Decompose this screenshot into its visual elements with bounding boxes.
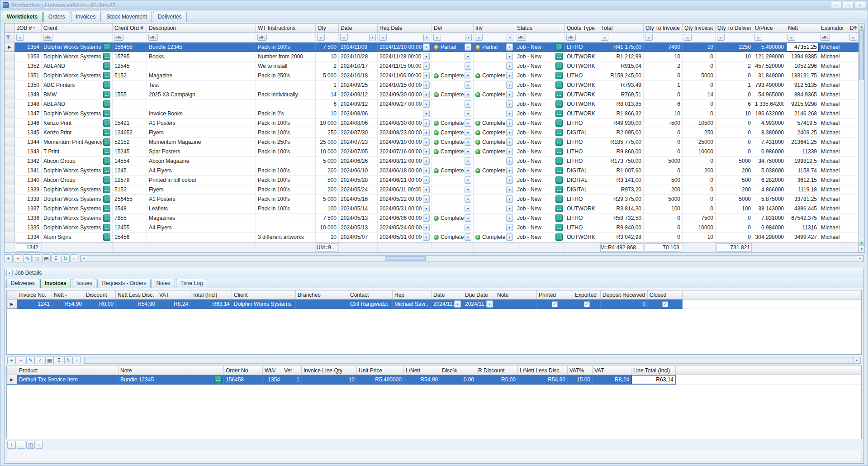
ellipsis-button[interactable]: …	[103, 72, 110, 79]
wt-cell-client[interactable]: Abcon Group…	[42, 157, 113, 166]
wt-filter-quote_type[interactable]: aBc	[565, 33, 599, 43]
wt-cell-qty[interactable]: 10	[316, 109, 339, 119]
wt-cell-qty[interactable]: 25 000	[316, 138, 339, 147]
wt-cell-req_date[interactable]: 2024/09/27 00:00▾	[378, 100, 432, 109]
main-tab-invoices[interactable]: Invoices	[71, 12, 101, 22]
detail-tab-notes[interactable]: Notes	[152, 279, 175, 288]
date-dropdown-button[interactable]: ▾	[454, 300, 461, 308]
ellipsis-button[interactable]: …	[555, 138, 563, 146]
wt-cell-status[interactable]: Job - New…	[515, 71, 565, 81]
ellipsis-button[interactable]: …	[555, 214, 563, 222]
wt-cell-wt_instructions[interactable]	[256, 214, 316, 223]
status-dropdown-button[interactable]: ▾	[465, 224, 471, 231]
wt-cell-nett[interactable]: 1052.296	[786, 62, 819, 71]
wt-cell-qty[interactable]: 6	[316, 100, 339, 109]
wt-cell-inv[interactable]: ▾	[474, 185, 515, 195]
wt-cell-client_ord[interactable]	[113, 100, 147, 109]
minimize-button[interactable]: ─	[831, 2, 842, 9]
row-indicator[interactable]	[5, 157, 15, 166]
wt-cell-u_price[interactable]: 121.299000	[753, 52, 786, 62]
filter-equals-button[interactable]: =	[849, 34, 857, 41]
wt-cell-quote_type[interactable]: DIGITAL	[565, 166, 599, 176]
ellipsis-button[interactable]: …	[103, 119, 110, 127]
wt-cell-client_ord[interactable]: 256455	[113, 195, 147, 204]
wt-cell-estimator[interactable]: Michael	[819, 81, 848, 90]
wt-cell-del[interactable]: Complete▾	[432, 128, 474, 138]
wt-cell-client_ord[interactable]	[113, 81, 147, 90]
wt-cell-req_date[interactable]: ▾	[378, 109, 432, 119]
line-column-header-unit_price[interactable]: Unit Price	[357, 366, 404, 375]
wt-row-1338[interactable]: 1338Dolphin Worxs Systems…256455A1 Poste…	[5, 195, 859, 204]
wt-cell-status[interactable]: Job - New…	[515, 100, 565, 109]
wt-cell-client[interactable]: T Print…	[42, 147, 113, 157]
remove-line-button[interactable]: −	[17, 441, 25, 449]
wt-cell-u_price[interactable]: 186.632000	[753, 109, 786, 119]
status-dropdown-button[interactable]: ▾	[506, 138, 513, 146]
wt-cell-del[interactable]: ▾	[432, 185, 474, 195]
wt-cell-del[interactable]: Complete▾	[432, 214, 474, 223]
date-dropdown-button[interactable]: ▾	[423, 186, 430, 193]
wt-cell-d_pct[interactable]	[848, 214, 859, 223]
filter-equals-button[interactable]: =	[379, 34, 387, 41]
wt-cell-del[interactable]: ▾	[432, 109, 474, 119]
wt-cell-del[interactable]: Complete▾	[432, 166, 474, 176]
wt-column-header-estimator[interactable]: Estimator	[819, 24, 848, 33]
wt-cell-job[interactable]: 1339	[15, 185, 42, 195]
wt-cell-qty_to_invoice[interactable]: 0	[644, 128, 683, 138]
wt-cell-status[interactable]: Job - New…	[515, 195, 565, 204]
status-dropdown-button[interactable]: ▾	[465, 176, 471, 184]
status-dropdown-button[interactable]: ▾	[506, 167, 513, 174]
wt-cell-job[interactable]: 1336	[15, 214, 42, 223]
row-indicator[interactable]	[5, 214, 15, 223]
status-dropdown-button[interactable]: ▾	[465, 195, 471, 203]
wt-cell-d_pct[interactable]	[848, 71, 859, 81]
wt-column-header-inv[interactable]: Inv	[474, 24, 515, 33]
wt-cell-description[interactable]: A1 Posters	[147, 119, 256, 128]
wt-cell-u_price[interactable]: 4.993000	[753, 119, 786, 128]
wt-cell-u_price[interactable]: 5.490000	[753, 43, 786, 52]
ellipsis-button[interactable]: …	[103, 148, 110, 155]
invoices-hscroll-right-button[interactable]: ▸	[854, 357, 860, 363]
wt-cell-inv[interactable]: ▾	[474, 109, 515, 119]
wt-column-header-qty_to_deliver[interactable]: Qty To Deliver	[716, 24, 753, 33]
grid-scroll-left-button[interactable]: ‹	[71, 254, 77, 262]
line-cell-l_nett_less_disc[interactable]: R54,90	[518, 375, 568, 385]
filter-equals-button[interactable]: =	[433, 34, 441, 41]
wt-cell-estimator[interactable]: Michael	[819, 147, 848, 157]
wt-cell-qty_to_deliver[interactable]: 200	[716, 166, 753, 176]
wt-cell-d_pct[interactable]	[848, 185, 859, 195]
ellipsis-button[interactable]: …	[103, 205, 110, 212]
wt-cell-qty_invoiced[interactable]: 0	[683, 52, 716, 62]
line-cell-l_nett[interactable]: R54,90	[404, 375, 440, 385]
wt-cell-description[interactable]: A1 Posters	[147, 195, 256, 204]
wt-cell-nett[interactable]: 33781.25	[786, 195, 819, 204]
main-tab-worktickets[interactable]: Worktickets	[2, 12, 43, 22]
wt-cell-date[interactable]: 2024/05/24	[339, 185, 378, 195]
wt-column-header-nett[interactable]: Nett	[786, 24, 819, 33]
wt-cell-d_pct[interactable]	[848, 119, 859, 128]
wt-cell-wt_instructions[interactable]: Number from 2000	[256, 52, 316, 62]
line-cell-unit_price[interactable]: R5,490000	[357, 375, 404, 385]
status-dropdown-button[interactable]: ▾	[506, 129, 513, 136]
wt-cell-description[interactable]: Bundle 12345	[147, 43, 256, 52]
status-dropdown-button[interactable]: ▾	[465, 186, 471, 193]
wt-row-1342[interactable]: 1342Abcon Group…14554Abcon Magazine5 000…	[5, 157, 859, 166]
wt-cell-quote_type[interactable]: LITHO	[565, 157, 599, 166]
filter-dropdown-button[interactable]: ▾	[369, 34, 376, 41]
wt-cell-status[interactable]: Job - New…	[515, 90, 565, 100]
wt-cell-qty_invoiced[interactable]: 10	[683, 233, 716, 242]
status-dropdown-button[interactable]: ▾	[506, 91, 513, 98]
wt-cell-estimator[interactable]: Michael	[819, 214, 848, 223]
status-dropdown-button[interactable]: ▾	[506, 148, 513, 155]
wt-cell-del[interactable]: ▾	[432, 157, 474, 166]
wt-cell-qty_to_invoice[interactable]: 0	[644, 71, 683, 81]
wt-row-1339[interactable]: 1339Dolphin Worxs Systems…5152FlyersPack…	[5, 185, 859, 195]
wt-cell-u_price[interactable]: 31.849000	[753, 71, 786, 81]
wt-cell-client[interactable]: Dolphin Worxs Systems…	[42, 43, 113, 52]
wt-cell-d_pct[interactable]	[848, 233, 859, 242]
wt-row-1343[interactable]: 1343T Print…15245Spar PostersPack in 100…	[5, 147, 859, 157]
line-column-header-wt_no[interactable]: Wt/#	[263, 366, 282, 375]
wt-cell-estimator[interactable]: Michael	[819, 90, 848, 100]
wt-cell-del[interactable]: Complete▾	[432, 147, 474, 157]
ellipsis-button[interactable]: …	[103, 176, 110, 184]
